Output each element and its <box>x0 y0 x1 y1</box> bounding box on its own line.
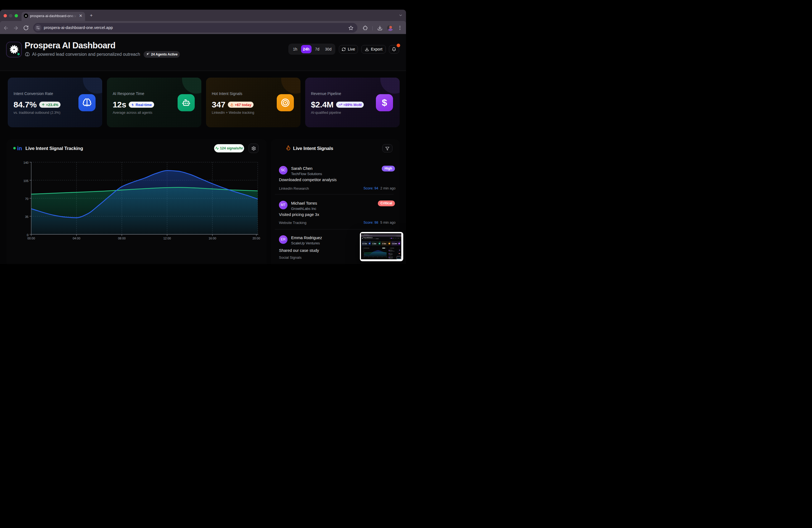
svg-text:16:00: 16:00 <box>208 237 216 240</box>
svg-text:35: 35 <box>363 255 364 255</box>
svg-text:04:00: 04:00 <box>368 257 369 257</box>
svg-text:20:00: 20:00 <box>252 237 260 240</box>
svg-text:0: 0 <box>27 233 28 237</box>
svg-text:08:00: 08:00 <box>118 237 126 240</box>
svg-text:105: 105 <box>363 251 364 252</box>
svg-text:00:00: 00:00 <box>364 257 365 257</box>
svg-text:20:00: 20:00 <box>386 257 387 257</box>
svg-text:04:00: 04:00 <box>73 237 81 240</box>
svg-text:16:00: 16:00 <box>382 257 382 257</box>
svg-text:12:00: 12:00 <box>377 257 378 257</box>
svg-text:12:00: 12:00 <box>163 237 171 240</box>
svg-text:140: 140 <box>24 161 28 164</box>
svg-text:08:00: 08:00 <box>373 257 374 257</box>
svg-text:35: 35 <box>25 215 28 218</box>
svg-text:00:00: 00:00 <box>27 237 35 240</box>
svg-text:140: 140 <box>363 249 364 250</box>
svg-text:105: 105 <box>24 179 28 182</box>
svg-text:70: 70 <box>25 197 28 201</box>
